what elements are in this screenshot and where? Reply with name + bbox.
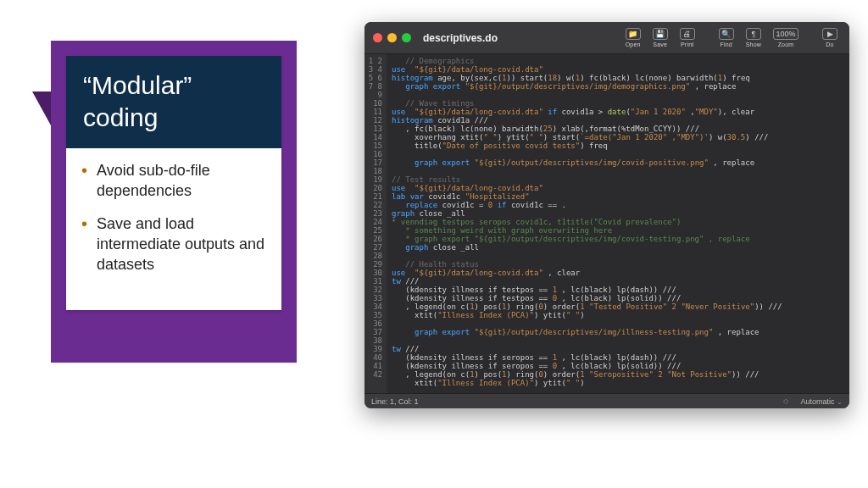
cursor-position: Line: 1, Col: 1 xyxy=(371,397,419,406)
encoding-select[interactable]: Automatic ⌄ xyxy=(800,397,843,406)
chevron-icon[interactable]: ◇ xyxy=(783,397,788,405)
play-icon: ▶ xyxy=(822,28,837,40)
close-icon[interactable] xyxy=(373,33,382,42)
folder-icon: 📁 xyxy=(626,28,641,40)
open-button[interactable]: 📁 Open xyxy=(622,26,644,49)
find-button[interactable]: 🔍 Find xyxy=(715,26,737,49)
content-card: “Modular” coding Avoid sub-do-file depen… xyxy=(66,56,281,310)
zoom-button[interactable]: 100% Zoom xyxy=(770,26,802,49)
chevron-down-icon: ⌄ xyxy=(837,398,843,406)
window-titlebar: descriptives.do 📁 Open 💾 Save 🖨 Print 🔍 … xyxy=(364,22,849,54)
print-icon: 🖨 xyxy=(680,28,695,40)
zoom-level: 100% xyxy=(773,28,798,40)
slide-title: “Modular” coding xyxy=(66,56,281,148)
show-icon: ¶ xyxy=(746,28,761,40)
code-content[interactable]: // Demographics use "${git}/data/long-co… xyxy=(387,54,849,393)
window-controls xyxy=(373,33,411,42)
ribbon-fold xyxy=(32,92,51,125)
show-button[interactable]: ¶ Show xyxy=(743,26,765,49)
toolbar: 📁 Open 💾 Save 🖨 Print 🔍 Find ¶ Show 100 xyxy=(622,26,841,49)
search-icon: 🔍 xyxy=(719,28,734,40)
bullet-list: Avoid sub-do-file dependencies Save and … xyxy=(66,148,281,310)
print-button[interactable]: 🖨 Print xyxy=(676,26,698,49)
bullet-item: Avoid sub-do-file dependencies xyxy=(81,160,266,202)
code-area[interactable]: 1 2 3 4 5 6 7 8 9 10 11 12 13 14 15 16 1… xyxy=(364,54,849,393)
line-gutter: 1 2 3 4 5 6 7 8 9 10 11 12 13 14 15 16 1… xyxy=(364,54,387,393)
bullet-item: Save and load intermediate outputs and d… xyxy=(81,214,266,275)
save-icon: 💾 xyxy=(653,28,668,40)
do-button[interactable]: ▶ Do xyxy=(819,26,841,49)
status-bar: Line: 1, Col: 1 ◇ Automatic ⌄ xyxy=(364,393,849,408)
editor-window: descriptives.do 📁 Open 💾 Save 🖨 Print 🔍 … xyxy=(364,22,849,408)
save-button[interactable]: 💾 Save xyxy=(649,26,671,49)
window-title: descriptives.do xyxy=(423,32,498,44)
maximize-icon[interactable] xyxy=(402,33,411,42)
minimize-icon[interactable] xyxy=(387,33,397,42)
